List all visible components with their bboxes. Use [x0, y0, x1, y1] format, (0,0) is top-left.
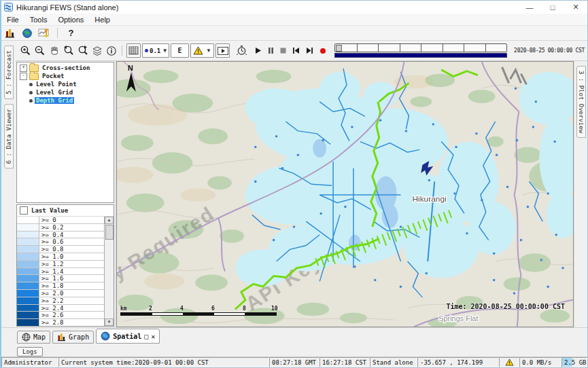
tab-graph[interactable]: Graph: [52, 331, 94, 344]
scale-ruler-button[interactable]: E: [171, 43, 189, 58]
legend-label: >= 2.8: [39, 319, 64, 326]
tab-spatial-label: Spatial: [113, 333, 141, 340]
legend-row: >= 2.0: [17, 290, 104, 297]
tree-item[interactable]: -Pocket: [17, 72, 114, 80]
tree-item[interactable]: Depth Grid: [17, 96, 114, 105]
legend-swatch: [17, 312, 39, 318]
help-button[interactable]: ?: [65, 26, 77, 39]
scroll-down-icon[interactable]: ▼: [105, 318, 114, 326]
stop-button[interactable]: [280, 48, 286, 54]
pause-button[interactable]: [268, 47, 274, 54]
map-canvas[interactable]: API Key Required API Key Required: [117, 62, 573, 327]
scale-unit: km: [120, 306, 127, 312]
tab-map-label: Map: [33, 333, 46, 341]
menu-file[interactable]: File: [1, 16, 24, 24]
menu-help[interactable]: Help: [89, 16, 116, 24]
legend-row: >= 1.6: [17, 275, 104, 282]
last-value-checkbox[interactable]: [20, 206, 28, 215]
tab-forecast[interactable]: 5 : Forecast: [4, 45, 14, 99]
tab-plot-overview[interactable]: 3 : Plot Overview: [576, 66, 586, 138]
title-bar: Hikurangi FEWS (Stand alone) — □ ✕: [1, 1, 587, 14]
spatial-display-icon[interactable]: [37, 26, 50, 39]
tab-spatial[interactable]: Spatial □ ✕: [96, 329, 160, 344]
status-warning[interactable]: [499, 357, 519, 367]
warning-icon: [505, 358, 514, 366]
tree-expander[interactable]: +: [20, 65, 27, 72]
layers-icon[interactable]: [90, 44, 103, 57]
zoom-out-icon[interactable]: [33, 44, 46, 57]
legend-row: >= 0.4: [17, 232, 104, 239]
zoom-previous-icon[interactable]: [62, 44, 75, 57]
map-globe-icon[interactable]: [20, 26, 33, 39]
zoom-in-icon[interactable]: [19, 44, 32, 57]
timer-settings-icon[interactable]: [235, 44, 248, 57]
legend-panel: Last Value >= 0>= 0.2>= 0.4>= 0.6>= 0.8>…: [16, 204, 114, 327]
main-toolbar: ?: [1, 26, 587, 41]
menu-tools[interactable]: Tools: [24, 16, 53, 24]
last-value-row: Last Value: [17, 205, 114, 217]
folder-icon: [29, 73, 39, 80]
legend-row: >= 2.8: [17, 319, 104, 326]
grid-interval-dropdown[interactable]: 0.1 ▼: [142, 43, 169, 58]
last-frame-button[interactable]: [306, 47, 313, 54]
left-tab-strip: 5 : Forecast 6 : Data Viewer: [1, 41, 16, 327]
legend-swatch: [17, 305, 39, 312]
legend-swatch: [17, 217, 39, 223]
tree-item-label: Cross-section: [41, 65, 91, 71]
tab-map[interactable]: Map: [17, 331, 50, 344]
first-frame-button[interactable]: [292, 47, 300, 54]
time-slider[interactable]: [334, 43, 507, 58]
record-button[interactable]: [319, 48, 326, 54]
left-panel: +Cross-section-PocketLevel PointLevel Gr…: [16, 61, 116, 327]
pan-hand-icon[interactable]: [48, 44, 60, 57]
status-download-speed: 0.0 MB/s: [519, 357, 561, 367]
animation-panel-button[interactable]: [215, 43, 230, 58]
app-logo-icon: [4, 3, 13, 12]
legend-row: >= 2.6: [17, 312, 104, 319]
tab-close-icon[interactable]: ✕: [151, 333, 155, 340]
close-button[interactable]: ✕: [564, 1, 587, 14]
legend-label: >= 1.2: [39, 261, 64, 268]
tab-maximize-icon[interactable]: □: [144, 333, 148, 340]
scale-bar: km 2 4 6 8 10: [120, 306, 277, 318]
scrollbar-thumb[interactable]: [105, 225, 114, 240]
chevron-down-icon: ▼: [163, 48, 167, 54]
tree-item-label: Pocket: [41, 73, 66, 79]
tab-data-viewer[interactable]: 6 : Data Viewer: [4, 104, 14, 168]
window-title: Hikurangi FEWS (Stand alone): [16, 3, 118, 12]
status-gmt-time: 08:27:18 GMT: [269, 357, 319, 367]
play-button[interactable]: [255, 47, 262, 54]
playback-controls: [255, 47, 326, 54]
database-viewer-icon[interactable]: [3, 26, 16, 39]
grid-toggle-button[interactable]: [126, 43, 141, 58]
tree-expander[interactable]: -: [20, 73, 27, 80]
bullet-icon: [29, 99, 33, 103]
warning-threshold-dropdown[interactable]: ▼: [190, 43, 214, 58]
legend-label: >= 2.2: [39, 297, 64, 304]
zoom-next-icon[interactable]: [76, 44, 89, 57]
time-slider-thumb[interactable]: [336, 45, 342, 52]
scale-tick: 4: [180, 306, 184, 312]
maximize-button[interactable]: □: [541, 1, 564, 14]
scroll-up-icon[interactable]: ▲: [105, 217, 114, 224]
time-slider-track[interactable]: [334, 43, 507, 52]
scrollbar-track[interactable]: [105, 224, 114, 318]
tree-item[interactable]: Level Point: [17, 80, 114, 88]
menu-options[interactable]: Options: [52, 16, 89, 24]
map-viewport[interactable]: API Key Required API Key Required: [116, 61, 574, 327]
legend-label: >= 2.0: [39, 290, 64, 297]
wire-globe-icon: [22, 333, 31, 342]
minimize-button[interactable]: —: [518, 1, 541, 14]
legend-swatch: [17, 268, 39, 275]
map-time-label: Time: 2020-08-25 00:00:00 CST: [446, 303, 565, 310]
legend-label: >= 2.4: [39, 305, 64, 312]
legend-label: >= 0.6: [39, 238, 64, 245]
legend-scrollbar[interactable]: ▲ ▼: [105, 217, 114, 326]
status-system-time: Current system time:2020-09-01 00:00 CST: [58, 357, 269, 367]
bullet-icon: [29, 91, 33, 94]
logs-button[interactable]: Logs: [17, 347, 43, 356]
info-icon[interactable]: [105, 44, 118, 57]
interval-value: 0.1: [150, 48, 160, 54]
tree-item-label: Level Grid: [35, 89, 74, 96]
tree-item[interactable]: Level Grid: [17, 88, 114, 96]
